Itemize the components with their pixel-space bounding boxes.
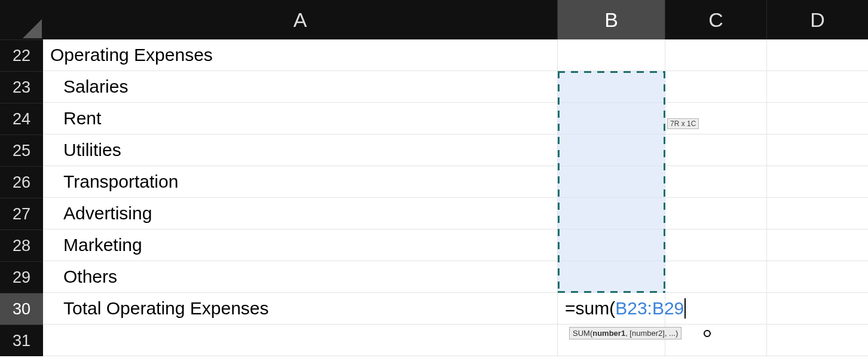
row-23: 23 Salaries: [0, 71, 868, 103]
spreadsheet-grid[interactable]: A B C D 22 Operating Expenses 23 Salarie…: [0, 0, 868, 358]
row-header-28[interactable]: 28: [0, 230, 43, 261]
row-27: 27 Advertising: [0, 198, 868, 230]
row-25: 25 Utilities: [0, 134, 868, 166]
cell-d24[interactable]: [767, 103, 868, 134]
formula-prefix: =sum(: [565, 298, 615, 319]
row-header-25[interactable]: 25: [0, 134, 43, 166]
cell-c22[interactable]: [665, 39, 767, 71]
svg-marker-0: [23, 19, 42, 38]
row-header-22[interactable]: 22: [0, 39, 43, 71]
row-header-31[interactable]: 31: [0, 325, 43, 356]
cell-d30[interactable]: [767, 293, 868, 325]
cell-c25[interactable]: [665, 134, 767, 166]
cell-b24[interactable]: [558, 103, 665, 134]
row-29: 29 Others: [0, 261, 868, 293]
cell-d27[interactable]: [767, 198, 868, 230]
cell-a28[interactable]: Marketing: [43, 230, 558, 261]
text-cursor-icon: [684, 298, 686, 319]
row-31: 31: [0, 325, 868, 356]
row-header-23[interactable]: 23: [0, 71, 43, 103]
cell-d22[interactable]: [767, 39, 868, 71]
cell-a30[interactable]: Total Operating Expenses: [43, 293, 558, 325]
cell-a31[interactable]: [43, 325, 558, 356]
cell-b26[interactable]: [558, 166, 665, 198]
row-header-24[interactable]: 24: [0, 103, 43, 134]
row-26: 26 Transportation: [0, 166, 868, 198]
cell-a26[interactable]: Transportation: [43, 166, 558, 198]
cell-a27[interactable]: Advertising: [43, 198, 558, 230]
cell-b27[interactable]: [558, 198, 665, 230]
cell-b28[interactable]: [558, 230, 665, 261]
row-header-30[interactable]: 30: [0, 293, 43, 325]
cell-a22[interactable]: Operating Expenses: [43, 39, 558, 71]
cell-d29[interactable]: [767, 261, 868, 293]
cell-a24[interactable]: Rent: [43, 103, 558, 134]
row-header-29[interactable]: 29: [0, 261, 43, 293]
cell-d23[interactable]: [767, 71, 868, 103]
row-24: 24 Rent: [0, 103, 868, 134]
row-30: 30 Total Operating Expenses =sum(B23:B29: [0, 293, 868, 325]
column-header-row: A B C D: [0, 0, 868, 39]
cell-a25[interactable]: Utilities: [43, 134, 558, 166]
cell-b29[interactable]: [558, 261, 665, 293]
cell-a29[interactable]: Others: [43, 261, 558, 293]
fn-args-rest: , [number2], ...): [625, 329, 678, 338]
cell-d25[interactable]: [767, 134, 868, 166]
cell-c23[interactable]: [665, 71, 767, 103]
row-header-26[interactable]: 26: [0, 166, 43, 198]
cell-b25[interactable]: [558, 134, 665, 166]
cell-b30-formula-edit[interactable]: =sum(B23:B29: [558, 293, 665, 325]
cell-b23[interactable]: [558, 71, 665, 103]
col-header-c[interactable]: C: [665, 0, 767, 39]
range-drag-handle-icon[interactable]: [704, 330, 711, 337]
row-22: 22 Operating Expenses: [0, 39, 868, 71]
select-all-triangle-icon: [22, 18, 42, 38]
row-28: 28 Marketing: [0, 230, 868, 261]
cell-c26[interactable]: [665, 166, 767, 198]
cell-c29[interactable]: [665, 261, 767, 293]
cell-c28[interactable]: [665, 230, 767, 261]
cell-b22[interactable]: [558, 39, 665, 71]
cell-d26[interactable]: [767, 166, 868, 198]
col-header-a[interactable]: A: [43, 0, 558, 39]
col-header-b[interactable]: B: [558, 0, 665, 39]
function-signature-tooltip[interactable]: SUM(number1, [number2], ...): [569, 327, 681, 339]
cell-d28[interactable]: [767, 230, 868, 261]
col-header-d[interactable]: D: [767, 0, 868, 39]
formula-range-ref: B23:B29: [615, 298, 684, 319]
cell-a23[interactable]: Salaries: [43, 71, 558, 103]
selection-size-tooltip: 7R x 1C: [667, 118, 699, 129]
cell-c27[interactable]: [665, 198, 767, 230]
select-all-corner[interactable]: [0, 0, 43, 39]
cell-d31[interactable]: [767, 325, 868, 356]
fn-arg-current: number1: [592, 329, 625, 338]
row-header-27[interactable]: 27: [0, 198, 43, 230]
fn-name: SUM(: [573, 329, 592, 338]
